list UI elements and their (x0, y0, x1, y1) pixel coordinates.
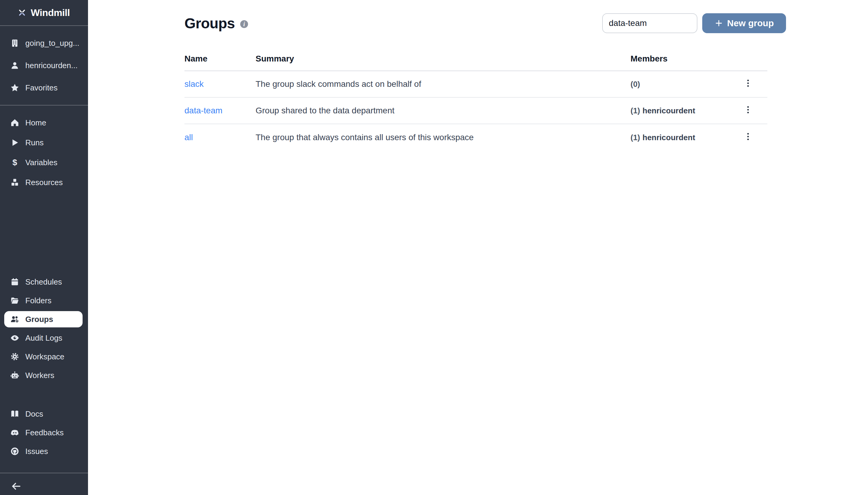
main-content: Groups i New group Name Summary (88, 0, 868, 495)
sidebar-item-workers[interactable]: Workers (0, 366, 88, 385)
robot-icon (10, 371, 19, 380)
group-search-input[interactable] (602, 13, 697, 33)
book-icon (10, 409, 19, 419)
group-summary: The group that always contains all users… (256, 133, 626, 142)
sidebar-item-favorites[interactable]: Favorites (0, 76, 88, 99)
table-row: slack The group slack commands act on be… (185, 71, 767, 98)
sidebar-section-context: going_to_upg... henricourden... Favorite… (0, 26, 88, 105)
eye-icon (10, 334, 19, 342)
kebab-icon (743, 79, 753, 90)
group-link-all[interactable]: all (185, 133, 193, 142)
arrow-left-icon (11, 480, 22, 494)
discord-icon (10, 428, 19, 437)
gear-icon (10, 352, 19, 361)
boxes-icon (10, 178, 19, 187)
sidebar-item-workspace-settings[interactable]: Workspace (0, 347, 88, 366)
row-menu-button[interactable] (741, 103, 755, 118)
kebab-icon (743, 105, 753, 117)
sidebar-section-links: Docs Feedbacks Issues (0, 400, 88, 461)
group-link-data-team[interactable]: data-team (185, 106, 222, 115)
sidebar-item-docs[interactable]: Docs (0, 405, 88, 423)
page-title: Groups (185, 15, 235, 32)
group-summary: The group slack commands act on belhalf … (256, 79, 626, 89)
sidebar-item-schedules[interactable]: Schedules (0, 273, 88, 291)
app-root: Windmill going_to_upg... henricourden... (0, 0, 868, 495)
user-group-gear-icon (10, 315, 19, 324)
row-menu-button[interactable] (741, 130, 755, 145)
kebab-icon (743, 132, 753, 143)
github-icon (10, 447, 19, 456)
table-row: all The group that always contains all u… (185, 124, 767, 151)
group-members: (1)henricourdent (626, 133, 729, 142)
sidebar-item-feedbacks[interactable]: Feedbacks (0, 423, 88, 442)
group-link-slack[interactable]: slack (185, 79, 204, 89)
app-logo[interactable]: Windmill (0, 0, 88, 26)
row-menu-button[interactable] (741, 77, 755, 91)
sidebar-item-issues[interactable]: Issues (0, 442, 88, 461)
collapse-sidebar-button[interactable] (9, 480, 23, 494)
column-header-summary: Summary (256, 54, 626, 64)
sidebar-item-resources[interactable]: Resources (0, 172, 88, 192)
groups-table: Name Summary Members slack The group sla… (185, 47, 767, 151)
dollar-icon: $ (10, 158, 19, 167)
folder-open-icon (10, 296, 19, 305)
sidebar-item-variables[interactable]: $ Variables (0, 153, 88, 172)
workspace-name: going_to_upg... (25, 39, 79, 48)
new-group-button[interactable]: New group (702, 13, 786, 33)
table-header-row: Name Summary Members (185, 47, 767, 71)
app-logo-label: Windmill (31, 7, 70, 18)
table-row: data-team Group shared to the data depar… (185, 98, 767, 124)
sidebar-section-main: Home Runs $ Variables Resources (0, 105, 88, 192)
sidebar-item-groups[interactable]: Groups (4, 311, 83, 327)
group-members: (0) (626, 80, 729, 89)
star-icon (10, 83, 19, 92)
sidebar: Windmill going_to_upg... henricourden... (0, 0, 88, 495)
windmill-logo-icon (17, 8, 27, 17)
info-icon[interactable]: i (240, 20, 248, 28)
user-name: henricourden... (25, 61, 77, 70)
sidebar-section-admin: Schedules Folders Groups Audit Logs (0, 268, 88, 385)
page-header: Groups i New group (185, 13, 786, 33)
sidebar-item-runs[interactable]: Runs (0, 133, 88, 153)
group-summary: Group shared to the data department (256, 106, 626, 116)
sidebar-collapse-row (0, 473, 88, 494)
play-icon (10, 138, 19, 147)
sidebar-item-home[interactable]: Home (0, 113, 88, 133)
column-header-name: Name (185, 54, 256, 64)
sidebar-item-workspace-switcher[interactable]: going_to_upg... (0, 32, 88, 54)
building-icon (10, 39, 19, 48)
column-header-members: Members (626, 54, 729, 64)
group-members: (1)henricourdent (626, 106, 729, 116)
sidebar-item-user[interactable]: henricourden... (0, 54, 88, 76)
sidebar-item-audit-logs[interactable]: Audit Logs (0, 329, 88, 347)
home-icon (10, 118, 19, 127)
plus-icon (715, 19, 723, 28)
user-icon (10, 61, 19, 70)
calendar-icon (10, 277, 19, 286)
sidebar-item-folders[interactable]: Folders (0, 291, 88, 310)
